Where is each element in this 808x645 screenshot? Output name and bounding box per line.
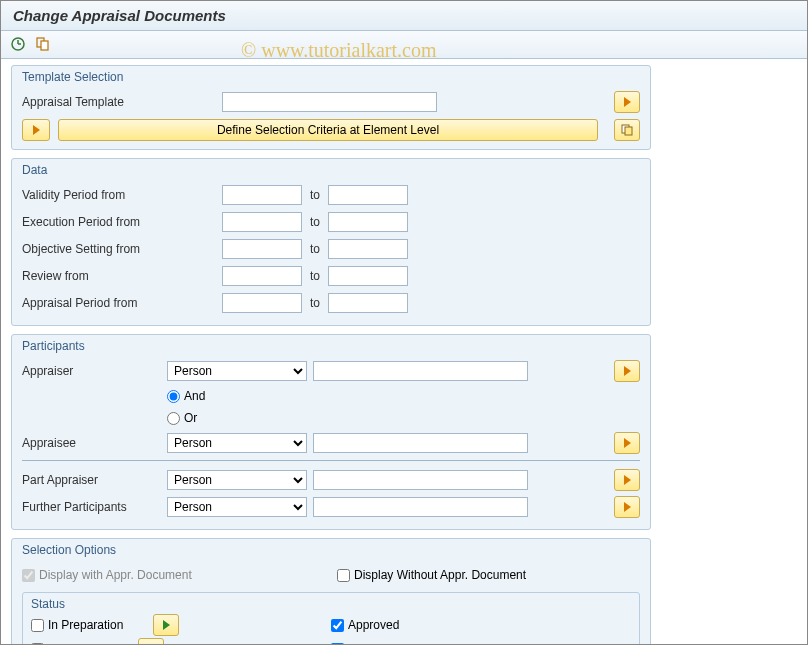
data-row-label: Execution Period from (22, 215, 222, 229)
participant-row-appraisee: AppraiseePerson (22, 430, 640, 456)
group-title: Participants (12, 335, 650, 355)
svg-rect-4 (41, 41, 48, 50)
data-row: Execution Period fromto (22, 209, 640, 235)
get-variant-icon[interactable] (34, 35, 52, 53)
status-item: Closed Approved (331, 637, 439, 645)
arrow-right-icon (624, 475, 631, 485)
content-area: Template Selection Appraisal Template De… (1, 59, 807, 645)
execute-icon[interactable] (9, 35, 27, 53)
data-row-label: Validity Period from (22, 188, 222, 202)
appraisee-input[interactable] (313, 433, 528, 453)
status-approved-checkbox[interactable] (331, 619, 344, 632)
further-input[interactable] (313, 497, 528, 517)
further-multi-button[interactable] (614, 496, 640, 518)
appraisal-period-fromfrom-input[interactable] (222, 293, 302, 313)
further-type-select[interactable]: Person (167, 497, 307, 517)
data-row: Objective Setting fromto (22, 236, 640, 262)
appraiser-type-select[interactable]: Person (167, 361, 307, 381)
to-label: to (310, 215, 320, 229)
group-title: Template Selection (12, 66, 650, 86)
group-title: Data (12, 159, 650, 179)
validity-period-fromfrom-input[interactable] (222, 185, 302, 205)
objective-setting-fromfrom-input[interactable] (222, 239, 302, 259)
group-participants: Participants AppraiserPersonAndOrApprais… (11, 334, 651, 530)
objective-setting-fromto-input[interactable] (328, 239, 408, 259)
page-title: Change Appraisal Documents (13, 7, 795, 24)
to-label: to (310, 296, 320, 310)
arrow-right-icon (624, 502, 631, 512)
title-bar: Change Appraisal Documents (1, 1, 807, 31)
multi-select-template-button[interactable] (614, 91, 640, 113)
to-label: to (310, 269, 320, 283)
participant-row-part_appraiser: Part AppraiserPerson (22, 467, 640, 493)
appraisal-template-input[interactable] (222, 92, 437, 112)
arrow-right-icon (624, 366, 631, 376)
arrow-right-icon (624, 438, 631, 448)
participant-row-appraiser: AppraiserPerson (22, 358, 640, 384)
group-selection-options: Selection Options Display with Appr. Doc… (11, 538, 651, 645)
group-template-selection: Template Selection Appraisal Template De… (11, 65, 651, 150)
appraisee-type-select[interactable]: Person (167, 433, 307, 453)
data-row: Validity Period fromto (22, 182, 640, 208)
to-label: to (310, 188, 320, 202)
participant-row-further: Further ParticipantsPerson (22, 494, 640, 520)
display-with-checkbox[interactable] (22, 569, 35, 582)
appraisee-multi-button[interactable] (614, 432, 640, 454)
separator (22, 460, 640, 461)
participant-label: Further Participants (22, 500, 167, 514)
status-label: Approved (348, 618, 399, 632)
copy-criteria-button[interactable] (614, 119, 640, 141)
status-item: In Preparation (31, 613, 331, 637)
criteria-indicator-icon (22, 119, 50, 141)
status-label: In Preparation (48, 618, 123, 632)
appraisal-template-label: Appraisal Template (22, 95, 167, 109)
data-row: Appraisal Period fromto (22, 290, 640, 316)
to-label: to (310, 242, 320, 256)
toolbar (1, 31, 807, 59)
execution-period-fromfrom-input[interactable] (222, 212, 302, 232)
status-title: Status (31, 597, 631, 613)
radio-and: And (167, 385, 640, 407)
data-row: Review fromto (22, 263, 640, 289)
execution-period-fromto-input[interactable] (328, 212, 408, 232)
review-fromfrom-input[interactable] (222, 266, 302, 286)
appraiser-input[interactable] (313, 361, 528, 381)
define-criteria-button[interactable]: Define Selection Criteria at Element Lev… (58, 119, 598, 141)
status-multi-button[interactable] (138, 638, 164, 645)
radio-or-label: Or (184, 411, 197, 425)
data-row-label: Objective Setting from (22, 242, 222, 256)
appraiser-multi-button[interactable] (614, 360, 640, 382)
part_appraiser-type-select[interactable]: Person (167, 470, 307, 490)
part_appraiser-multi-button[interactable] (614, 469, 640, 491)
display-without-label: Display Without Appr. Document (354, 568, 526, 582)
svg-rect-6 (625, 127, 632, 135)
display-without-checkbox[interactable] (337, 569, 350, 582)
appraisal-period-fromto-input[interactable] (328, 293, 408, 313)
radio-or-input[interactable] (167, 412, 180, 425)
status-item: Approved (331, 613, 439, 637)
radio-and-label: And (184, 389, 205, 403)
status-in-preparation-checkbox[interactable] (31, 619, 44, 632)
radio-or: Or (167, 407, 640, 429)
arrow-right-icon (624, 97, 631, 107)
display-with-label: Display with Appr. Document (39, 568, 192, 582)
participant-label: Appraiser (22, 364, 167, 378)
group-title: Selection Options (12, 539, 650, 559)
part_appraiser-input[interactable] (313, 470, 528, 490)
participant-label: Part Appraiser (22, 473, 167, 487)
group-data: Data Validity Period fromtoExecution Per… (11, 158, 651, 326)
status-multi-button[interactable] (153, 614, 179, 636)
arrow-right-green-icon (163, 620, 170, 630)
participant-label: Appraisee (22, 436, 167, 450)
status-group: Status In PreparationIn PlanningIn Revie… (22, 592, 640, 645)
data-row-label: Appraisal Period from (22, 296, 222, 310)
radio-and-input[interactable] (167, 390, 180, 403)
review-fromto-input[interactable] (328, 266, 408, 286)
validity-period-fromto-input[interactable] (328, 185, 408, 205)
data-row-label: Review from (22, 269, 222, 283)
status-item: In Planning (31, 637, 331, 645)
